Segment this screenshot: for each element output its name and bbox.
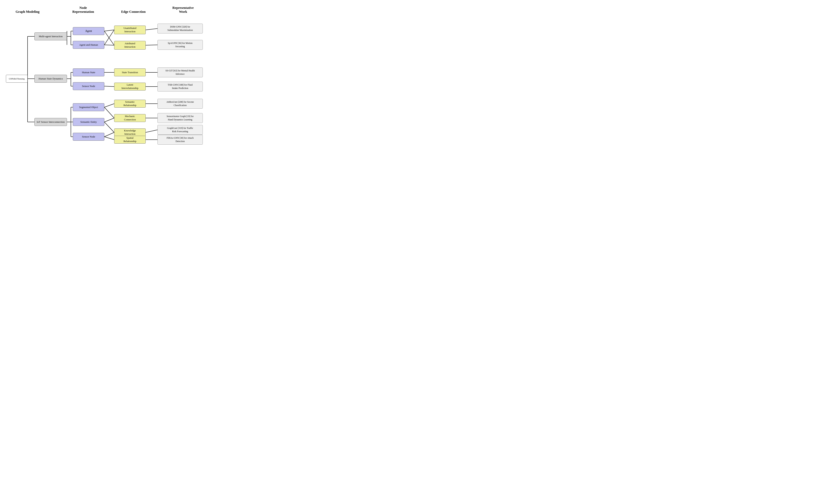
col-header-node: NodeRepresentation xyxy=(65,6,101,14)
rw-node-8: FDIAs-GNN [30] for AttachDetection xyxy=(157,135,203,145)
connection-lines xyxy=(4,18,205,144)
nr-node-5: Segmented Object xyxy=(73,103,104,111)
rw-node-1: DSM-GNN [328] forSubmodular Maximization xyxy=(157,24,203,33)
col-header-edge: Edge Connection xyxy=(117,10,150,14)
gm-node-1: Multi-agent Interaction xyxy=(34,32,67,40)
svg-line-32 xyxy=(104,137,114,140)
rw-node-7: GraphCast [319] for TrafficRisk Forecast… xyxy=(157,125,203,135)
root-node: GNN4IoTSensing xyxy=(6,75,27,83)
svg-line-24 xyxy=(104,45,114,45)
ec-node-4: LatentInterrelationship xyxy=(114,83,146,90)
svg-line-26 xyxy=(104,86,114,87)
gm-node-3: IoT Sensor Interconnection xyxy=(34,118,67,126)
svg-line-29 xyxy=(104,118,114,122)
svg-line-30 xyxy=(104,122,114,133)
svg-line-27 xyxy=(104,104,114,107)
svg-line-7 xyxy=(67,31,73,36)
svg-line-34 xyxy=(146,45,157,45)
col-header-graph: Graph Modeling xyxy=(6,10,49,14)
svg-line-28 xyxy=(104,107,114,118)
rw-node-5: AttResUnet [208] for SeceneClassificatio… xyxy=(157,99,203,108)
nr-node-6: Semantic Entity xyxy=(73,118,104,126)
ec-node-5: SemanticRelationship xyxy=(114,100,146,108)
svg-line-39 xyxy=(146,130,157,133)
ec-node-6: MechanicConnection xyxy=(114,114,146,122)
ec-node-2: AttributedInteraction xyxy=(114,41,146,50)
svg-line-21 xyxy=(104,30,114,31)
svg-line-23 xyxy=(104,30,114,45)
nr-node-4: Sensor Node xyxy=(73,82,104,90)
col-header-rep: RepresentativeWork xyxy=(161,6,205,14)
nr-node-7: Sensor Node xyxy=(73,133,104,141)
diagram-container: Graph Modeling NodeRepresentation Edge C… xyxy=(4,4,205,146)
gm-node-2: Human State Dynamics xyxy=(34,75,67,83)
ec-node-7: KnowledgeInteraction xyxy=(114,129,146,136)
full-diagram: GNN4IoTSensing Multi-agent Interaction H… xyxy=(4,18,205,144)
nr-node-1: Agent xyxy=(73,27,104,35)
ec-node-3: State Transition xyxy=(114,69,146,76)
ec-node-1: UnattributedInteraction xyxy=(114,25,146,34)
header-row: Graph Modeling NodeRepresentation Edge C… xyxy=(4,6,205,14)
rw-node-4: TSR-GNN [188] for FluidIntake Prediction xyxy=(157,82,203,91)
rw-node-6: Sensorimotor Graph [19] forHand Dynamics… xyxy=(157,113,203,123)
svg-line-33 xyxy=(146,28,157,30)
nr-node-3: Human State xyxy=(73,69,104,76)
nr-node-2: Agent and Human xyxy=(73,41,104,49)
ec-node-8: SpatialRelationship xyxy=(114,136,146,144)
rw-node-3: SS-GIT [63] for Mental HealthInference xyxy=(157,68,203,77)
rw-node-2: SpAGNN [36] for Motionforcasting xyxy=(157,40,203,50)
svg-line-22 xyxy=(104,31,114,45)
svg-line-31 xyxy=(104,133,114,137)
